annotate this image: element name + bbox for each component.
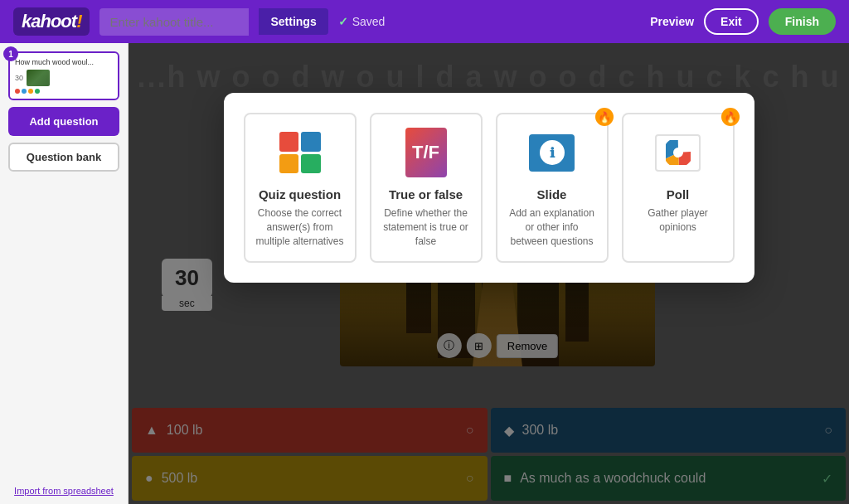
truefalse-icon: T/F: [401, 128, 451, 177]
settings-button[interactable]: Settings: [259, 8, 327, 35]
dot-yellow: [28, 89, 33, 94]
quiz-option-desc: Choose the correct answer(s) from multip…: [254, 206, 347, 248]
poll-icon: [653, 128, 703, 177]
dot-blue: [22, 89, 27, 94]
thumb-time: 30: [15, 74, 23, 82]
modal-option-truefalse[interactable]: T/F True or false Define whether the sta…: [370, 113, 483, 263]
poll-premium-badge: 🔥: [721, 108, 740, 126]
modal-option-poll[interactable]: 🔥 Poll Gather player opinions: [622, 113, 735, 263]
slide-icon: ℹ: [527, 128, 577, 177]
finish-button[interactable]: Finish: [769, 8, 836, 35]
question-thumb-meta: 30: [15, 70, 113, 86]
kahoot-logo: kahoot!: [13, 7, 90, 36]
editor-area: ...h w o o d w o u l d a w o o d c h u c…: [129, 43, 849, 504]
question-thumb-title: How much wood woul...: [15, 58, 113, 66]
add-question-button[interactable]: Add question: [8, 107, 119, 136]
quiz-icon: [275, 128, 325, 177]
modal-overlay: Quiz question Choose the correct answer(…: [129, 43, 849, 504]
slide-option-title: Slide: [506, 187, 599, 201]
thumb-dots: [15, 89, 113, 94]
question-bank-button[interactable]: Question bank: [8, 143, 119, 172]
sidebar: 1 How much wood woul... 30 Add question …: [0, 43, 129, 504]
question-number: 1: [3, 46, 18, 61]
preview-button[interactable]: Preview: [650, 15, 694, 28]
saved-status: Saved: [338, 15, 386, 28]
poll-option-title: Poll: [632, 187, 725, 201]
exit-button[interactable]: Exit: [704, 8, 759, 35]
truefalse-option-desc: Define whether the statement is true or …: [380, 206, 473, 248]
import-spreadsheet-link[interactable]: Import from spreadsheet: [8, 486, 119, 496]
modal-option-quiz[interactable]: Quiz question Choose the correct answer(…: [244, 113, 357, 263]
truefalse-option-title: True or false: [380, 187, 473, 201]
slide-option-desc: Add an explanation or other info between…: [506, 206, 599, 248]
header-right: Preview Exit Finish: [650, 8, 836, 35]
kahoot-title-input[interactable]: [99, 8, 249, 36]
main-layout: 1 How much wood woul... 30 Add question …: [0, 43, 849, 504]
modal-option-slide[interactable]: 🔥 ℹ Slide Add an explanation or other in…: [496, 113, 609, 263]
question-item[interactable]: 1 How much wood woul... 30: [8, 51, 119, 100]
thumb-image: [27, 70, 50, 86]
dot-green: [35, 89, 40, 94]
add-question-modal: Quiz question Choose the correct answer(…: [224, 93, 754, 283]
dot-red: [15, 89, 20, 94]
app-header: kahoot! Settings Saved Preview Exit Fini…: [0, 0, 849, 43]
slide-premium-badge: 🔥: [595, 108, 614, 126]
poll-option-desc: Gather player opinions: [632, 206, 725, 235]
quiz-option-title: Quiz question: [254, 187, 347, 201]
